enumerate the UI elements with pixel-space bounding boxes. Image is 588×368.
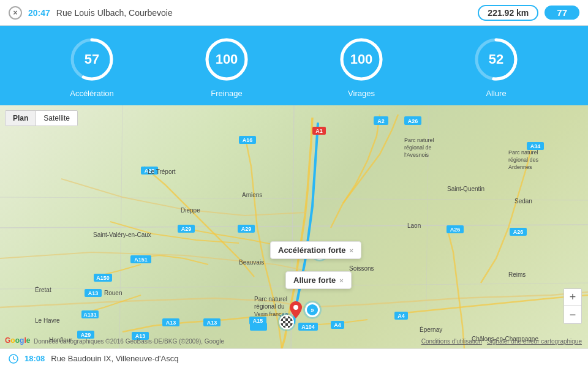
map-satellite-button[interactable]: Satellite — [36, 111, 77, 126]
start-time: 20:47 — [28, 8, 50, 18]
svg-text:A26: A26 — [513, 229, 524, 235]
svg-text:A1: A1 — [315, 128, 323, 134]
svg-text:Dieppe: Dieppe — [181, 207, 200, 214]
svg-text:Rouen: Rouen — [104, 290, 122, 296]
svg-text:Épernay: Épernay — [420, 326, 442, 333]
zoom-in-button[interactable]: + — [564, 289, 581, 306]
popup-acceleration-close[interactable]: × — [350, 247, 353, 254]
svg-text:A26: A26 — [408, 118, 418, 124]
svg-text:A131: A131 — [83, 312, 97, 318]
svg-line-8 — [0, 225, 588, 228]
zoom-out-button[interactable]: − — [564, 306, 581, 323]
map-container[interactable]: A2 A26 A1 A16 A28 A29 A29 A151 A29 A13 A… — [0, 105, 588, 348]
metric-acceleration-label: Accélération — [70, 89, 114, 98]
end-time: 18:08 — [24, 354, 45, 363]
popup-acceleration: Accélération forte × — [270, 241, 361, 259]
report-link[interactable]: Signaler une erreur cartographique — [487, 338, 582, 345]
metric-virages: 100 Virages — [337, 35, 386, 98]
metric-allure-label: Allure — [486, 89, 506, 98]
top-bar: × 20:47 Rue Louis Ulbach, Courbevoie 221… — [0, 0, 588, 26]
svg-text:régional du: régional du — [254, 303, 284, 310]
svg-text:Parc naturel: Parc naturel — [508, 149, 538, 156]
svg-text:A29: A29 — [81, 332, 91, 338]
score-badge: 77 — [545, 6, 579, 20]
svg-text:A2: A2 — [377, 118, 385, 124]
svg-text:Soissons: Soissons — [349, 265, 374, 272]
svg-text:A29: A29 — [181, 226, 192, 232]
top-bar-left: × 20:47 Rue Louis Ulbach, Courbevoie — [9, 6, 173, 20]
svg-line-10 — [0, 197, 588, 200]
svg-text:Saint-Valéry-en-Caux: Saint-Valéry-en-Caux — [93, 231, 151, 238]
svg-line-93 — [13, 359, 15, 360]
position-arrows: » — [311, 307, 314, 314]
svg-text:A104: A104 — [301, 324, 315, 330]
gauge-acceleration-value: 57 — [85, 51, 99, 67]
svg-text:A151: A151 — [134, 257, 148, 263]
metric-allure: 52 Allure — [472, 35, 521, 98]
map-attr-links: Conditions d'utilisation Signaler une er… — [421, 338, 582, 345]
svg-text:régional des: régional des — [508, 157, 539, 163]
svg-rect-46 — [250, 323, 267, 331]
metric-freinage: 100 Freinage — [202, 35, 251, 98]
position-marker-inner: » — [305, 302, 320, 317]
svg-text:Le Tréport: Le Tréport — [148, 168, 176, 175]
svg-text:A4: A4 — [398, 313, 405, 319]
svg-text:A29: A29 — [241, 226, 252, 232]
map-attribution: Données cartographiques ©2016 GeoBasis-D… — [34, 338, 224, 345]
current-position-marker: » — [303, 300, 322, 320]
gauge-virages: 100 — [337, 35, 386, 84]
top-bar-right: 221.92 km 77 — [478, 5, 579, 21]
svg-text:A13: A13 — [207, 320, 217, 326]
red-pin-marker — [290, 301, 302, 321]
gauge-freinage-value: 100 — [216, 51, 238, 67]
gauge-allure-value: 52 — [489, 51, 503, 67]
popup-allure-close[interactable]: × — [339, 277, 343, 284]
gauge-freinage: 100 — [202, 35, 251, 84]
svg-text:Parc naturel: Parc naturel — [404, 137, 434, 143]
svg-text:A13: A13 — [166, 320, 176, 326]
google-logo: Google — [5, 336, 30, 345]
map-controls: Plan Satellite — [5, 110, 78, 126]
svg-text:Reims: Reims — [508, 271, 526, 278]
svg-text:A4: A4 — [334, 322, 341, 328]
popup-allure-text: Allure forte — [293, 276, 336, 285]
distance-badge: 221.92 km — [478, 5, 538, 21]
svg-text:l'Avesnois: l'Avesnois — [404, 152, 429, 158]
svg-text:Laon: Laon — [407, 222, 421, 229]
svg-text:Ardennes: Ardennes — [508, 164, 532, 170]
metrics-bar: 57 Accélération 100 Freinage 100 Virages — [0, 26, 588, 105]
svg-text:Sedan: Sedan — [514, 198, 532, 205]
svg-text:Le Havre: Le Havre — [35, 317, 60, 324]
bottom-bar: 18:08 Rue Baudouin IX, Villeneuve-d'Ascq — [0, 348, 588, 368]
close-icon: × — [13, 9, 17, 17]
gauge-allure: 52 — [472, 35, 521, 84]
svg-text:Parc naturel: Parc naturel — [254, 296, 287, 302]
popup-acceleration-text: Accélération forte — [278, 246, 346, 255]
svg-text:A16: A16 — [243, 137, 253, 143]
svg-point-90 — [293, 305, 298, 310]
popup-allure: Allure forte × — [285, 271, 352, 289]
svg-text:A34: A34 — [530, 143, 541, 149]
clock-icon-bottom — [9, 354, 18, 364]
svg-text:régional de: régional de — [404, 145, 432, 151]
svg-text:A26: A26 — [450, 227, 461, 233]
svg-text:Saint-Quentin: Saint-Quentin — [447, 186, 484, 192]
map-zoom-controls: + − — [564, 288, 582, 324]
svg-text:A13: A13 — [88, 290, 99, 296]
svg-text:Beauvais: Beauvais — [239, 259, 264, 266]
end-address: Rue Baudouin IX, Villeneuve-d'Ascq — [51, 354, 178, 363]
close-button[interactable]: × — [9, 6, 22, 20]
map-plan-button[interactable]: Plan — [6, 111, 36, 126]
metric-freinage-label: Freinage — [211, 89, 242, 98]
gauge-acceleration: 57 — [67, 35, 116, 84]
metric-virages-label: Virages — [348, 89, 375, 98]
start-address: Rue Louis Ulbach, Courbevoie — [56, 8, 173, 18]
terms-link[interactable]: Conditions d'utilisation — [421, 338, 482, 345]
svg-text:A150: A150 — [96, 275, 110, 281]
svg-text:Éretat: Éretat — [35, 286, 51, 293]
svg-text:Amiens: Amiens — [242, 192, 262, 198]
gauge-virages-value: 100 — [350, 51, 373, 67]
metric-acceleration: 57 Accélération — [67, 35, 116, 98]
